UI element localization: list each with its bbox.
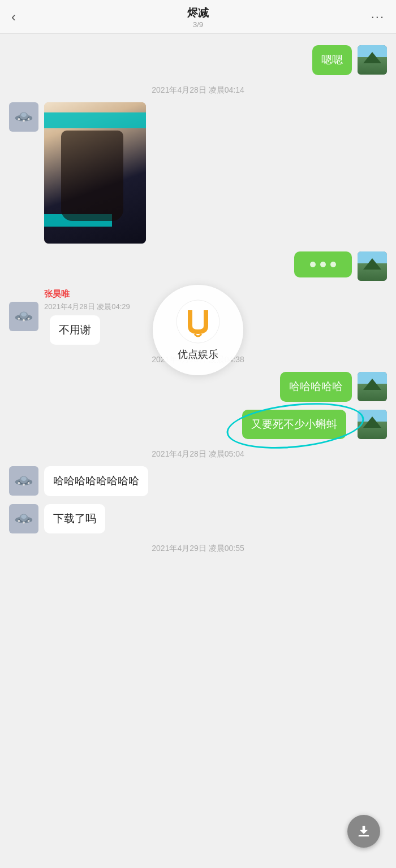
image-message[interactable] [44, 102, 146, 244]
sender-avatar-left [9, 102, 38, 132]
header-title-block: 烬减 3/9 [187, 5, 209, 28]
chat-bubble-right: 哈哈哈哈哈 [280, 372, 352, 402]
back-button[interactable]: ‹ [11, 9, 16, 25]
message-row-image [9, 102, 387, 244]
message-row: 嗯嗯 [9, 45, 387, 75]
page-number: 3/9 [187, 20, 209, 28]
svg-point-13 [23, 319, 25, 321]
timestamp: 2021年4月28日 凌晨05:04 [9, 449, 387, 459]
chat-header: ‹ 烬减 3/9 ··· [0, 0, 396, 34]
svg-point-19 [18, 482, 20, 484]
message-row-watermark: 2021年4月28日 凌晨04:29 不用谢 优点娱乐 [9, 302, 387, 345]
svg-point-27 [28, 519, 30, 522]
message-row-dots [9, 251, 387, 281]
svg-point-6 [23, 119, 25, 121]
sender-avatar-right [358, 251, 387, 281]
message-row-circled: 又要死不少小蝌蚪 [9, 410, 387, 440]
chat-bubble-right-circled: 又要死不少小蝌蚪 [242, 410, 346, 440]
timestamp: 2021年4月29日 凌晨00:55 [9, 544, 387, 554]
sender-avatar-right [358, 410, 387, 439]
more-button[interactable]: ··· [371, 10, 385, 24]
svg-point-10 [21, 312, 27, 316]
chat-bubble-left: 下载了吗 [44, 504, 105, 534]
svg-point-18 [21, 476, 27, 481]
svg-rect-29 [359, 835, 369, 836]
watermark-text: 优点娱乐 [178, 348, 218, 361]
chat-area: 嗯嗯 2021年4月28日 凌晨04:14 [0, 0, 396, 628]
svg-point-28 [23, 521, 25, 523]
sender-avatar-left [9, 504, 38, 533]
svg-point-5 [28, 118, 30, 120]
svg-point-25 [21, 514, 27, 519]
sender-avatar-right [358, 45, 387, 75]
watermark-overlay: 优点娱乐 [153, 285, 243, 375]
svg-point-3 [21, 112, 27, 117]
message-row: 哈哈哈哈哈 [9, 372, 387, 402]
chat-title: 烬减 [187, 5, 209, 20]
chat-bubble-left: 哈哈哈哈哈哈哈哈 [44, 466, 148, 496]
sender-avatar-left [9, 466, 38, 496]
svg-point-20 [28, 482, 30, 484]
svg-point-26 [18, 519, 20, 522]
chat-bubble-right: 嗯嗯 [312, 45, 352, 75]
message-row: 下载了吗 [9, 504, 387, 534]
svg-point-12 [28, 317, 30, 319]
chat-bubble-dots [294, 251, 352, 277]
chat-bubble-left: 不用谢 [50, 315, 100, 345]
sender-avatar-left [9, 302, 38, 331]
svg-point-4 [18, 118, 20, 120]
sender-avatar-right [358, 372, 387, 401]
timestamp: 2021年4月28日 凌晨04:14 [9, 85, 387, 96]
svg-point-11 [18, 317, 20, 319]
message-row: 哈哈哈哈哈哈哈哈 [9, 466, 387, 496]
download-button[interactable] [347, 815, 380, 848]
svg-point-21 [23, 484, 25, 486]
